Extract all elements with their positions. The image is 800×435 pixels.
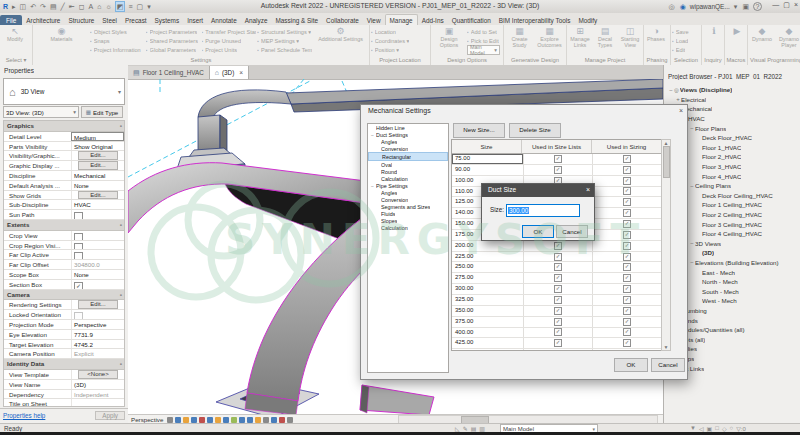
- properties-help-link[interactable]: Properties help: [3, 412, 45, 419]
- size-row[interactable]: 350.00✓✓: [452, 306, 662, 317]
- used-in-size-lists-checkbox[interactable]: ✓: [554, 318, 562, 326]
- worksets-icon[interactable]: ▤: [471, 425, 477, 432]
- edit-type-button[interactable]: ▦ Edit Type: [81, 106, 123, 118]
- temporary-view-properties-icon[interactable]: [207, 417, 213, 423]
- used-in-sizing-checkbox[interactable]: ✓: [623, 318, 631, 326]
- settings-tree-segments-and-sizes[interactable]: Segments and Sizes: [368, 203, 448, 210]
- sketchy-lines-icon[interactable]: [199, 417, 205, 423]
- ribbon-button-macros[interactable]: ▶: [726, 26, 747, 57]
- size-cell[interactable]: 325.00: [452, 295, 524, 305]
- qat-section-icon[interactable]: ◩: [115, 1, 126, 12]
- used-in-size-lists-checkbox[interactable]: ✓: [554, 328, 562, 336]
- help-icon[interactable]: ?: [753, 2, 762, 11]
- property-row-view-name[interactable]: View Name(3D): [4, 380, 124, 390]
- size-row[interactable]: 200.00✓✓: [452, 241, 662, 252]
- ribbon-button-additional-settings[interactable]: ⚙Additional Settings: [313, 26, 368, 57]
- new-size-button[interactable]: New Size...: [453, 123, 505, 138]
- used-in-sizing-checkbox[interactable]: ✓: [623, 253, 631, 261]
- used-in-sizing-checkbox[interactable]: ✓: [623, 177, 631, 185]
- settings-tree-rectangular[interactable]: Rectangular: [368, 152, 448, 161]
- ribbon-button-starting-view[interactable]: ◫Starting View: [618, 26, 642, 57]
- ribbon-tab-steel[interactable]: Steel: [98, 15, 121, 25]
- property-row-default-analysis[interactable]: Default Analysis ...None: [4, 181, 124, 191]
- property-row-far-clip-active[interactable]: Far Clip Active: [4, 250, 124, 260]
- size-row[interactable]: 225.00✓✓: [452, 252, 662, 263]
- column-header-size[interactable]: Size: [452, 140, 522, 153]
- property-row-camera-position[interactable]: Camera PositionExplicit: [4, 349, 124, 359]
- used-in-sizing-checkbox[interactable]: ✓: [623, 274, 631, 282]
- ribbon-tab-precast[interactable]: Precast: [121, 15, 151, 25]
- table-scrollbar[interactable]: ▲ ▼: [661, 139, 671, 351]
- used-in-size-lists-checkbox[interactable]: ✓: [554, 253, 562, 261]
- qat-measure-icon[interactable]: ╱: [60, 2, 66, 11]
- qat-default-3d-view-icon[interactable]: ⌂: [96, 2, 102, 11]
- signed-in-user[interactable]: wipawanQE...: [690, 3, 730, 10]
- properties-section-extents[interactable]: Extents▪: [4, 220, 124, 231]
- column-header-used-in-sizing[interactable]: Used in Sizing: [592, 140, 662, 153]
- ribbon-tab-quantification[interactable]: Quantification: [448, 15, 495, 25]
- app-store-icon[interactable]: ▣: [741, 2, 750, 11]
- lock-3d-view-icon[interactable]: [239, 417, 245, 423]
- property-row-locked-orientation[interactable]: Locked Orientation: [4, 310, 124, 320]
- duct-ok-button[interactable]: OK: [522, 225, 554, 238]
- ribbon-item-mep-settings[interactable]: ▪MEP Settings ▾: [257, 36, 312, 45]
- property-row-show-grids[interactable]: Show GridsEdit...: [4, 191, 124, 201]
- qat-sun-study-icon[interactable]: ☼: [104, 2, 112, 11]
- property-edit-button[interactable]: Edit...: [78, 191, 118, 200]
- ribbon-item-coordinates[interactable]: ▪Coordinates ▾: [371, 36, 429, 45]
- properties-section-graphics[interactable]: Graphics▪: [4, 121, 124, 132]
- property-row-title-on-sheet[interactable]: Title on Sheet: [4, 399, 124, 407]
- used-in-sizing-checkbox[interactable]: ✓: [623, 307, 631, 315]
- used-in-size-lists-checkbox[interactable]: ✓: [554, 339, 562, 347]
- ribbon-button-inquiry[interactable]: ℹ: [703, 26, 724, 57]
- ribbon-item-shared-parameters[interactable]: ▪Shared Parameters: [146, 36, 201, 45]
- apply-button[interactable]: Apply: [95, 411, 125, 420]
- qat-thin-lines-icon[interactable]: ≡: [127, 2, 133, 11]
- property-checkbox[interactable]: [74, 243, 83, 250]
- ribbon-tab-architecture[interactable]: Architecture: [22, 15, 64, 25]
- used-in-sizing-checkbox[interactable]: ✓: [623, 209, 631, 217]
- qat-text-icon[interactable]: A: [87, 2, 94, 11]
- duct-size-title[interactable]: Duct Size: [482, 184, 594, 197]
- size-row[interactable]: 400.00✓✓: [452, 328, 662, 339]
- property-edit-button[interactable]: <None>: [78, 370, 118, 379]
- size-cell[interactable]: 375.00: [452, 317, 524, 327]
- ribbon-item-add-to-set[interactable]: ▪Add to Set: [467, 27, 502, 36]
- ribbon-item-project-units[interactable]: ▪Project Units: [202, 45, 257, 54]
- property-row-section-box[interactable]: Section Box✓: [4, 280, 124, 290]
- close-button[interactable]: ×: [794, 1, 798, 9]
- select-underlay-icon[interactable]: ◇: [722, 425, 727, 432]
- close-icon[interactable]: ×: [586, 186, 590, 193]
- size-cell[interactable]: 425.00: [452, 338, 524, 348]
- column-header-used-in-size-lists[interactable]: Used in Size Lists: [522, 140, 592, 153]
- property-row-sun-path[interactable]: Sun Path: [4, 210, 124, 220]
- view-scale-label[interactable]: Perspective: [131, 416, 163, 423]
- ribbon-button-explore-outcomes[interactable]: ▦Explore Outcomes: [535, 26, 564, 57]
- shadows-icon[interactable]: [191, 417, 197, 423]
- show-crop-region-icon[interactable]: [231, 417, 237, 423]
- qat-tag-icon[interactable]: ◻: [78, 2, 86, 11]
- ribbon-tab-analyze[interactable]: Analyze: [241, 15, 272, 25]
- property-checkbox[interactable]: [74, 312, 83, 319]
- ribbon-button-manage-links[interactable]: ⊞Manage Links: [568, 26, 592, 57]
- property-edit-button[interactable]: Edit...: [78, 161, 118, 170]
- analysis-display-icon[interactable]: [279, 417, 285, 423]
- qat-customize-qat-icon[interactable]: ▾: [146, 2, 152, 11]
- duct-cancel-button[interactable]: Cancel: [556, 225, 588, 238]
- settings-tree-calculation[interactable]: Calculation: [368, 175, 448, 182]
- used-in-sizing-checkbox[interactable]: ✓: [623, 285, 631, 293]
- property-row-dependency[interactable]: DependencyIndependent: [4, 390, 124, 400]
- visual-style-icon[interactable]: [175, 417, 181, 423]
- photographic-exposure-icon[interactable]: [215, 417, 221, 423]
- settings-tree-pipe-settings[interactable]: −Pipe Settings: [368, 182, 448, 189]
- used-in-sizing-checkbox[interactable]: ✓: [623, 296, 631, 304]
- property-row-sub-discipline[interactable]: Sub-DisciplineHVAC: [4, 200, 124, 210]
- property-row-target-elevation[interactable]: Target Elevation4745.2: [4, 340, 124, 350]
- select-pinned-icon[interactable]: ○: [730, 425, 734, 432]
- ribbon-item-edit[interactable]: ▪Edit: [672, 45, 700, 54]
- ribbon-item-load[interactable]: ▪Load: [672, 36, 700, 45]
- type-selector[interactable]: ⌂ 3D View ▾: [3, 78, 125, 105]
- ribbon-item-structural-settings[interactable]: ▪Structural Settings ▾: [257, 27, 312, 36]
- browser-item-electrical[interactable]: +Electrical: [666, 95, 799, 105]
- property-row-visibility-graphic[interactable]: Visibility/Graphic...Edit...: [4, 151, 124, 161]
